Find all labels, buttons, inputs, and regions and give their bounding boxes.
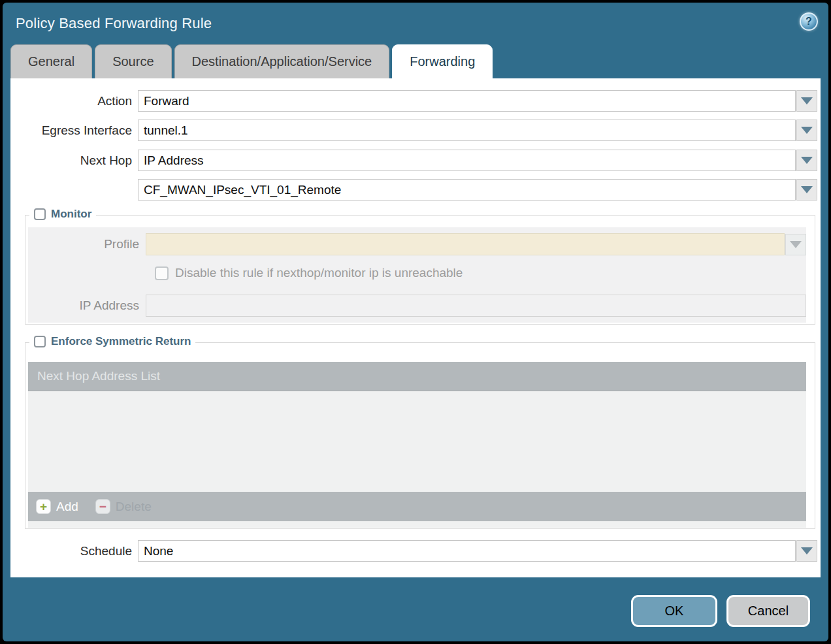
dialog-footer: OK Cancel <box>3 577 828 641</box>
chevron-down-icon <box>801 97 813 105</box>
next-hop-address-dropdown-button[interactable] <box>796 179 817 201</box>
delete-button-label: Delete <box>116 500 152 514</box>
tab-bar: General Source Destination/Application/S… <box>3 44 828 78</box>
profile-input <box>146 233 785 255</box>
chevron-down-icon <box>801 127 813 134</box>
chevron-down-icon <box>801 547 813 555</box>
delete-button: − Delete <box>95 499 152 514</box>
next-hop-address-input[interactable]: CF_MWAN_IPsec_VTI_01_Remote <box>138 179 796 201</box>
tab-general[interactable]: General <box>10 44 92 78</box>
enforce-symmetric-return-legend: Enforce Symmetric Return <box>29 335 195 348</box>
action-row: Action Forward <box>10 90 817 112</box>
tab-destination-application-service[interactable]: Destination/Application/Service <box>174 44 390 78</box>
profile-dropdown-button <box>785 234 806 255</box>
profile-label: Profile <box>28 237 146 251</box>
schedule-label: Schedule <box>10 544 138 558</box>
schedule-input[interactable]: None <box>138 540 796 562</box>
disable-rule-checkbox <box>155 266 169 280</box>
minus-icon: − <box>95 499 110 514</box>
chevron-down-icon <box>790 241 802 248</box>
monitor-legend: Monitor <box>29 208 96 221</box>
next-hop-address-list-header: Next Hop Address List <box>28 362 806 391</box>
egress-interface-row: Egress Interface tunnel.1 <box>10 120 817 141</box>
enforce-symmetric-return-checkbox[interactable] <box>34 336 46 347</box>
monitor-ip-address-row: IP Address <box>28 295 806 317</box>
tab-source[interactable]: Source <box>95 44 171 78</box>
dialog-titlebar: Policy Based Forwarding Rule ? <box>3 3 828 44</box>
schedule-row: Schedule None <box>10 540 817 562</box>
monitor-ip-address-input <box>146 295 806 317</box>
egress-interface-label: Egress Interface <box>10 123 138 138</box>
tab-forwarding[interactable]: Forwarding <box>392 44 493 78</box>
disable-rule-row: Disable this rule if nexthop/monitor ip … <box>155 266 806 280</box>
action-label: Action <box>10 94 138 108</box>
monitor-ip-address-label: IP Address <box>28 298 146 313</box>
egress-interface-dropdown-button[interactable] <box>796 120 817 141</box>
add-button[interactable]: + Add <box>36 499 78 514</box>
egress-interface-input[interactable]: tunnel.1 <box>138 120 796 141</box>
chevron-down-icon <box>801 157 813 164</box>
profile-row: Profile <box>28 233 806 255</box>
ok-button[interactable]: OK <box>631 595 717 627</box>
next-hop-row: Next Hop IP Address <box>10 150 817 171</box>
add-button-label: Add <box>56 500 78 514</box>
next-hop-label: Next Hop <box>10 153 138 168</box>
next-hop-address-list-toolbar: + Add − Delete <box>28 492 806 521</box>
next-hop-address-row: CF_MWAN_IPsec_VTI_01_Remote <box>10 179 817 201</box>
next-hop-address-list-table: Next Hop Address List + Add − Delete <box>28 362 806 528</box>
table-footer-strip <box>28 521 806 528</box>
help-icon[interactable]: ? <box>800 12 818 31</box>
tab-content-forwarding: Action Forward Egress Interface tunnel.1 <box>10 78 821 577</box>
cancel-button[interactable]: Cancel <box>726 595 810 627</box>
dialog-title: Policy Based Forwarding Rule <box>16 15 212 32</box>
schedule-dropdown-button[interactable] <box>796 540 817 562</box>
screen-frame: Policy Based Forwarding Rule ? General S… <box>0 0 831 644</box>
plus-icon: + <box>36 499 51 514</box>
enforce-symmetric-return-legend-label: Enforce Symmetric Return <box>51 335 191 348</box>
disable-rule-label: Disable this rule if nexthop/monitor ip … <box>175 266 463 280</box>
enforce-symmetric-return-section: Enforce Symmetric Return Next Hop Addres… <box>25 342 815 529</box>
monitor-checkbox[interactable] <box>34 208 46 220</box>
next-hop-type-input[interactable]: IP Address <box>138 150 796 171</box>
pbf-rule-dialog: Policy Based Forwarding Rule ? General S… <box>3 3 828 641</box>
action-dropdown-button[interactable] <box>796 90 817 112</box>
monitor-panel: Profile Disable this rule if nexthop/mon… <box>28 227 806 323</box>
action-input[interactable]: Forward <box>138 90 796 112</box>
chevron-down-icon <box>801 186 813 193</box>
monitor-section: Monitor Profile Disable this rule if nex… <box>25 215 815 325</box>
monitor-legend-label: Monitor <box>51 208 91 221</box>
next-hop-address-list-body[interactable] <box>28 391 806 492</box>
next-hop-dropdown-button[interactable] <box>796 150 817 171</box>
